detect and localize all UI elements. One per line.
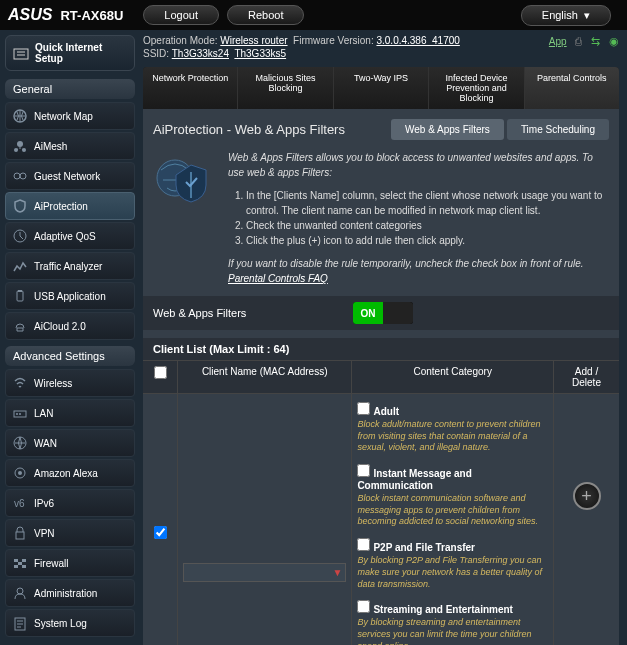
row-checkbox[interactable] bbox=[154, 526, 167, 539]
menu-icon bbox=[12, 198, 28, 214]
menu-icon bbox=[12, 168, 28, 184]
svg-point-2 bbox=[17, 141, 23, 147]
language-button[interactable]: English ▾ bbox=[521, 5, 611, 26]
svg-rect-9 bbox=[18, 290, 22, 292]
menu-wan[interactable]: WAN bbox=[5, 429, 135, 457]
section-advanced: Advanced Settings bbox=[5, 346, 135, 366]
qis-label: Quick Internet Setup bbox=[35, 42, 128, 64]
svg-point-15 bbox=[18, 471, 22, 475]
usb-icon[interactable]: ⎙ bbox=[575, 35, 582, 47]
brand-logo: ASUS bbox=[8, 6, 52, 24]
filters-toggle[interactable]: ON bbox=[353, 302, 413, 324]
col-client-name: Client Name (MAC Address) bbox=[178, 361, 352, 393]
app-link[interactable]: App bbox=[549, 36, 567, 47]
menu-icon bbox=[12, 258, 28, 274]
svg-point-11 bbox=[16, 413, 18, 415]
tab-parental-controls[interactable]: Parental Controls bbox=[525, 67, 619, 109]
category-1[interactable]: Instant Message and Communication bbox=[357, 467, 471, 491]
panel-title: AiProtection - Web & Apps Filters bbox=[153, 122, 388, 137]
col-category: Content Category bbox=[352, 361, 554, 393]
menu-adaptive-qos[interactable]: Adaptive QoS bbox=[5, 222, 135, 250]
tab-network-protection[interactable]: Network Protection bbox=[143, 67, 238, 109]
svg-point-5 bbox=[14, 173, 20, 179]
sidebar: Quick Internet Setup General Network Map… bbox=[0, 30, 140, 645]
menu-vpn[interactable]: VPN bbox=[5, 519, 135, 547]
qis-icon bbox=[12, 44, 30, 62]
category-0[interactable]: Adult bbox=[357, 405, 399, 417]
menu-aiprotection[interactable]: AiProtection bbox=[5, 192, 135, 220]
wifi-icon[interactable]: ⇆ bbox=[591, 35, 600, 47]
menu-icon bbox=[12, 228, 28, 244]
fw-label: Firmware Version: bbox=[293, 35, 374, 46]
menu-network-map[interactable]: Network Map bbox=[5, 102, 135, 130]
tab-infected-device-prevention-and-blocking[interactable]: Infected Device Prevention and Blocking bbox=[429, 67, 524, 109]
menu-amazon-alexa[interactable]: Amazon Alexa bbox=[5, 459, 135, 487]
tab-two-way-ips[interactable]: Two-Way IPS bbox=[334, 67, 429, 109]
category-checkbox[interactable] bbox=[357, 464, 370, 477]
reboot-button[interactable]: Reboot bbox=[227, 5, 304, 25]
client-table: Client Name (MAC Address) Content Catego… bbox=[143, 360, 619, 645]
globe-icon[interactable]: ◉ bbox=[609, 35, 619, 47]
tab-malicious-sites-blocking[interactable]: Malicious Sites Blocking bbox=[238, 67, 333, 109]
op-mode-value[interactable]: Wireless router bbox=[220, 35, 287, 46]
svg-rect-17 bbox=[16, 532, 24, 539]
dropdown-arrow-icon: ▼ bbox=[332, 567, 342, 578]
category-desc: Block instant communication software and… bbox=[357, 493, 548, 528]
panel: AiProtection - Web & Apps Filters Web & … bbox=[143, 109, 619, 645]
menu-guest-network[interactable]: Guest Network bbox=[5, 162, 135, 190]
logout-button[interactable]: Logout bbox=[143, 5, 219, 25]
menu-administration[interactable]: Administration bbox=[5, 579, 135, 607]
op-mode-label: Operation Mode: bbox=[143, 35, 218, 46]
menu-icon bbox=[12, 525, 28, 541]
faq-link[interactable]: Parental Controls FAQ bbox=[228, 273, 328, 284]
menu-wireless[interactable]: Wireless bbox=[5, 369, 135, 397]
fw-value[interactable]: 3.0.0.4.386_41700 bbox=[376, 35, 459, 46]
menu-icon bbox=[12, 138, 28, 154]
menu-icon bbox=[12, 435, 28, 451]
svg-rect-0 bbox=[14, 49, 28, 59]
menu-traffic-analyzer[interactable]: Traffic Analyzer bbox=[5, 252, 135, 280]
svg-point-18 bbox=[17, 588, 23, 594]
menu-system-log[interactable]: System Log bbox=[5, 609, 135, 637]
category-desc: By blocking streaming and entertainment … bbox=[357, 617, 548, 645]
ssid-label: SSID: bbox=[143, 48, 169, 59]
model-name: RT-AX68U bbox=[60, 8, 123, 23]
subtab-webapps[interactable]: Web & Apps Filters bbox=[391, 119, 504, 140]
menu-icon bbox=[12, 585, 28, 601]
category-checkbox[interactable] bbox=[357, 600, 370, 613]
svg-rect-8 bbox=[17, 291, 23, 301]
main-content: App ⎙ ⇆ ◉ Operation Mode: Wireless route… bbox=[140, 30, 627, 645]
menu-ipv6[interactable]: v6IPv6 bbox=[5, 489, 135, 517]
category-checkbox[interactable] bbox=[357, 538, 370, 551]
menu-aicloud-2-0[interactable]: AiCloud 2.0 bbox=[5, 312, 135, 340]
section-general: General bbox=[5, 79, 135, 99]
menu-firewall[interactable]: Firewall bbox=[5, 549, 135, 577]
svg-point-12 bbox=[19, 413, 21, 415]
subtab-time[interactable]: Time Scheduling bbox=[507, 119, 609, 140]
menu-icon bbox=[12, 555, 28, 571]
svg-text:v6: v6 bbox=[14, 498, 25, 509]
menu-lan[interactable]: LAN bbox=[5, 399, 135, 427]
category-checkbox[interactable] bbox=[357, 402, 370, 415]
menu-icon bbox=[12, 615, 28, 631]
menu-usb-application[interactable]: USB Application bbox=[5, 282, 135, 310]
menu-icon bbox=[12, 375, 28, 391]
instructions-text: Web & Apps Filters allows you to block a… bbox=[228, 150, 609, 286]
client-list-header: Client List (Max Limit : 64) bbox=[143, 338, 619, 360]
category-2[interactable]: P2P and File Transfer bbox=[357, 541, 475, 553]
select-all-checkbox[interactable] bbox=[154, 366, 167, 379]
quick-internet-setup-button[interactable]: Quick Internet Setup bbox=[5, 35, 135, 71]
client-dropdown-placeholder bbox=[187, 567, 190, 578]
menu-aimesh[interactable]: AiMesh bbox=[5, 132, 135, 160]
ssid-1: Th3G33ks24 bbox=[172, 48, 229, 59]
add-rule-button[interactable]: + bbox=[573, 482, 601, 510]
status-icons: App ⎙ ⇆ ◉ bbox=[549, 35, 619, 48]
menu-icon bbox=[12, 288, 28, 304]
category-desc: Block adult/mature content to prevent ch… bbox=[357, 419, 548, 454]
menu-icon bbox=[12, 405, 28, 421]
ssid-2: Th3G33ks5 bbox=[234, 48, 286, 59]
client-dropdown[interactable]: ▼ bbox=[183, 563, 346, 582]
category-desc: By blocking P2P and File Transferring yo… bbox=[357, 555, 548, 590]
category-3[interactable]: Streaming and Entertainment bbox=[357, 603, 513, 615]
menu-icon: v6 bbox=[12, 495, 28, 511]
